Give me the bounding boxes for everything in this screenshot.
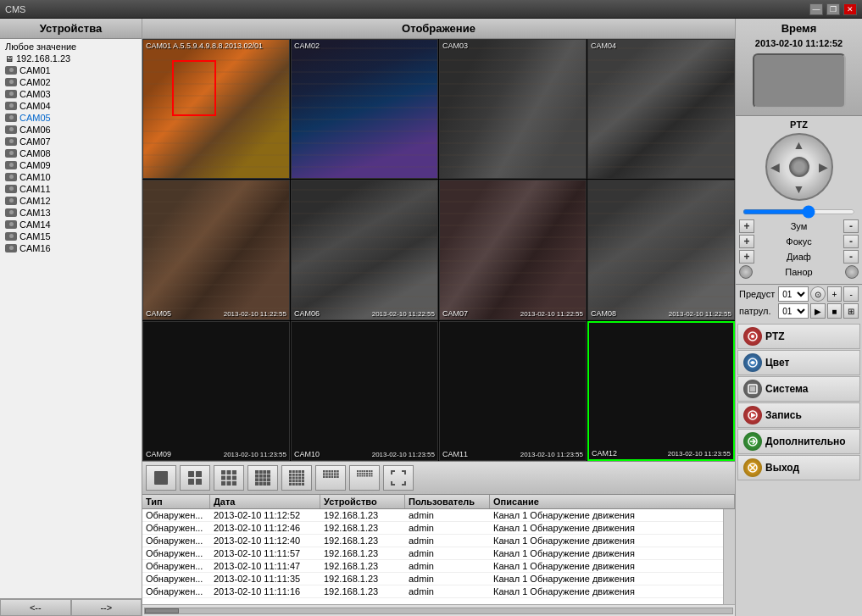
view-5x5-button[interactable]	[281, 465, 312, 491]
camera-cell-cam06[interactable]: CAM06 2013-02-10 11:22:55	[291, 180, 438, 319]
log-cell-date: 2013-02-10 11:12:40	[210, 535, 320, 547]
view-1x1-button[interactable]	[146, 465, 176, 491]
svg-point-95	[751, 335, 754, 338]
nav-forward-button[interactable]: -->	[71, 599, 142, 616]
camera-cell-cam01[interactable]: CAM01 A.5.5.9.4.9.8.8.2013.02/01	[142, 39, 290, 179]
log-row[interactable]: Обнаружен...2013-02-10 11:12:40192.168.1…	[142, 535, 723, 547]
ptz-center-button[interactable]	[789, 157, 809, 177]
log-row[interactable]: Обнаружен...2013-02-10 11:11:35192.168.1…	[142, 573, 723, 585]
camera-cell-cam04[interactable]: CAM04	[587, 39, 735, 179]
menu-item-exit[interactable]: Выход	[737, 455, 860, 480]
sidebar-any-value[interactable]: Любое значение	[2, 41, 140, 53]
menu-item-system[interactable]: Система	[737, 376, 860, 402]
maximize-button[interactable]: ❐	[826, 3, 840, 15]
patrol-row: патрул. 0102 ▶ ■ ⊞	[739, 303, 859, 319]
camera-cell-cam03[interactable]: CAM03	[439, 39, 587, 179]
log-scrollbar[interactable]	[723, 509, 735, 604]
sidebar-item-cam02[interactable]: CAM02	[2, 76, 140, 88]
focus-plus-button[interactable]: +	[739, 235, 754, 248]
sidebar-item-cam07[interactable]: CAM07	[2, 136, 140, 147]
log-cell-desc: Канал 1 Обнаружение движения	[490, 509, 723, 521]
svg-rect-16	[263, 470, 266, 474]
menu-item-ptz[interactable]: PTZ	[737, 324, 860, 349]
camera-cell-cam05[interactable]: CAM05 2013-02-10 11:22:55	[142, 180, 290, 319]
focus-minus-button[interactable]: -	[843, 235, 859, 248]
ptz-up-button[interactable]: ▲	[793, 138, 805, 152]
preset-add-button[interactable]: +	[827, 286, 843, 302]
nav-back-button[interactable]: <--	[0, 599, 71, 616]
zoom-minus-button[interactable]: -	[843, 219, 859, 233]
view-4x4-button[interactable]	[247, 465, 278, 491]
ptz-left-button[interactable]: ◀	[770, 160, 780, 174]
log-row[interactable]: Обнаружен...2013-02-10 11:11:47192.168.1…	[142, 560, 723, 573]
exit-menu-label: Выход	[765, 462, 799, 474]
diaf-minus-button[interactable]: -	[843, 250, 859, 264]
log-cell-desc: Канал 1 Обнаружение движения	[490, 573, 723, 585]
menu-item-extra[interactable]: Дополнительно	[737, 429, 860, 454]
ptz-right-button[interactable]: ▶	[819, 160, 828, 174]
sidebar-item-cam11[interactable]: CAM11	[2, 183, 140, 195]
ptz-down-button[interactable]: ▼	[793, 182, 805, 196]
cam-label-cam05: CAM05	[19, 113, 51, 123]
sidebar-item-cam04[interactable]: CAM04	[2, 100, 140, 112]
log-row[interactable]: Обнаружен...2013-02-10 11:12:52192.168.1…	[142, 509, 723, 522]
log-cell-user: admin	[405, 573, 490, 585]
camera-cell-cam12[interactable]: CAM12 2013-02-10 11:23:55	[587, 321, 735, 461]
zoom-plus-button[interactable]: +	[739, 219, 754, 233]
menu-item-color[interactable]: Цвет	[737, 350, 860, 375]
svg-rect-69	[329, 476, 331, 479]
preset-circle-button[interactable]: ⊙	[810, 286, 826, 302]
menu-item-record[interactable]: Запись	[737, 402, 860, 428]
patrol-play-button[interactable]: ▶	[810, 303, 826, 319]
view-6x6-button[interactable]	[315, 465, 346, 491]
patrol-stop-button[interactable]: ■	[827, 303, 843, 319]
sidebar-item-cam06[interactable]: CAM06	[2, 124, 140, 136]
camera-video-cam02: CAM02	[292, 40, 437, 178]
view-custom-button[interactable]	[349, 465, 380, 491]
camera-cell-cam10[interactable]: CAM10 2013-02-10 11:23:55	[291, 321, 438, 461]
log-row[interactable]: Обнаружен...2013-02-10 11:11:57192.168.1…	[142, 547, 723, 560]
log-row[interactable]: Обнаружен...2013-02-10 11:12:46192.168.1…	[142, 522, 723, 535]
sidebar-item-cam14[interactable]: CAM14	[2, 219, 140, 230]
sidebar-item-cam10[interactable]: CAM10	[2, 171, 140, 183]
minimize-button[interactable]: —	[809, 3, 823, 15]
log-scroll-area: Обнаружен...2013-02-10 11:12:52192.168.1…	[142, 509, 735, 604]
sidebar-item-cam13[interactable]: CAM13	[2, 207, 140, 219]
svg-rect-33	[298, 470, 301, 473]
preset-section: Предуст 010203 ⊙ + - патрул. 0102 ▶ ■ ⊞	[736, 285, 862, 322]
diaf-plus-button[interactable]: +	[739, 250, 754, 264]
sidebar-item-cam12[interactable]: CAM12	[2, 195, 140, 207]
close-button[interactable]: ✕	[843, 3, 857, 15]
horizontal-scrollbar[interactable]	[142, 604, 735, 616]
camera-cell-cam07[interactable]: CAM07 2013-02-10 11:22:55	[439, 180, 587, 319]
svg-rect-21	[267, 474, 270, 478]
cam01-label: CAM01 A.5.5.9.4.9.8.8.2013.02/01	[146, 42, 263, 50]
log-row[interactable]: Обнаружен...2013-02-10 11:11:16192.168.1…	[142, 585, 723, 598]
patrol-select[interactable]: 0102	[778, 303, 808, 319]
sidebar-item-cam15[interactable]: CAM15	[2, 230, 140, 242]
camera-cell-cam02[interactable]: CAM02	[291, 39, 438, 179]
view-3x3-button[interactable]	[214, 465, 244, 491]
camera-cell-cam08[interactable]: CAM08 2013-02-10 11:22:55	[587, 180, 735, 319]
preset-remove-button[interactable]: -	[843, 286, 859, 302]
svg-rect-52	[296, 483, 298, 486]
sidebar-item-cam08[interactable]: CAM08	[2, 147, 140, 159]
patrol-grid-button[interactable]: ⊞	[843, 303, 859, 319]
camera-cell-cam09[interactable]: CAM09 2013-02-10 11:23:55	[142, 321, 290, 461]
view-2x2-button[interactable]	[180, 465, 210, 491]
sidebar-item-cam03[interactable]: CAM03	[2, 88, 140, 100]
svg-rect-25	[267, 478, 270, 481]
pan-circle2-button[interactable]	[845, 265, 859, 279]
ptz-dial[interactable]: ▲ ▼ ◀ ▶	[765, 133, 833, 201]
sidebar-item-cam16[interactable]: CAM16	[2, 242, 140, 254]
zoom-slider[interactable]	[742, 209, 855, 214]
zoom-slider-container	[739, 204, 859, 218]
fullscreen-button[interactable]	[383, 465, 414, 491]
sidebar-item-cam09[interactable]: CAM09	[2, 159, 140, 171]
camera-cell-cam11[interactable]: CAM11 2013-02-10 11:23:55	[439, 321, 587, 461]
pan-circle-button[interactable]	[739, 265, 753, 279]
sidebar-ip[interactable]: 🖥 192.168.1.23	[2, 53, 140, 64]
sidebar-item-cam01[interactable]: CAM01	[2, 64, 140, 76]
preset-select[interactable]: 010203	[778, 286, 808, 302]
sidebar-item-cam05[interactable]: CAM05	[2, 112, 140, 124]
